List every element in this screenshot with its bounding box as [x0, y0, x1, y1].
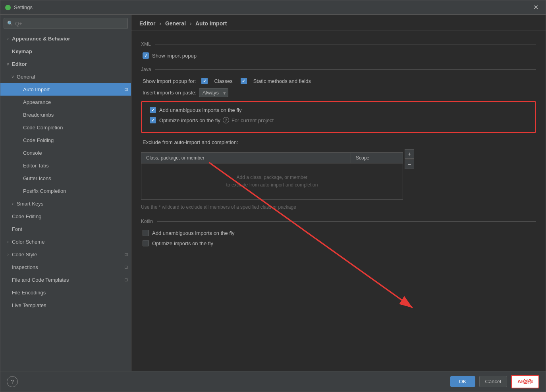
optimize-imports-checkbox[interactable]: [150, 117, 156, 123]
search-box[interactable]: 🔍: [4, 18, 128, 29]
optimize-imports-row: Optimize imports on the fly ? For curren…: [148, 117, 529, 123]
xml-show-import-checkbox[interactable]: [143, 52, 149, 59]
exclude-actions: + −: [405, 149, 414, 170]
cancel-button[interactable]: Cancel: [479, 376, 507, 387]
sidebar-label-code-folding: Code Folding: [23, 137, 128, 143]
breadcrumb-sep1: ›: [159, 20, 161, 27]
search-input[interactable]: [15, 21, 124, 27]
java-section-label: Java: [141, 67, 151, 72]
expand-arrow: ∨: [5, 61, 11, 67]
kotlin-add-unambiguous-row: Add unambiguous imports on the fly: [141, 230, 536, 236]
breadcrumb-part3: Auto Import: [195, 20, 227, 27]
sidebar-item-general[interactable]: ∨ General: [0, 70, 131, 83]
exclude-empty-line1: Add a class, package, or member: [226, 174, 318, 181]
xml-section-label: XML: [141, 41, 151, 47]
kotlin-optimize-label: Optimize imports on the fly: [152, 240, 213, 246]
main-content: 🔍 › Appearance & Behavior Keymap ∨ Edito…: [0, 15, 546, 371]
sidebar-label-live-templates: Live Templates: [12, 302, 128, 308]
kotlin-optimize-row: Optimize imports on the fly: [141, 240, 536, 246]
highlight-box: Add unambiguous imports on the fly Optim…: [141, 101, 536, 133]
app-icon: [5, 5, 11, 10]
sidebar-item-inspections[interactable]: Inspections ⊡: [0, 261, 131, 273]
breadcrumb-part1: Editor: [139, 20, 155, 27]
sidebar-item-appearance-behavior[interactable]: › Appearance & Behavior: [0, 32, 131, 45]
add-unambiguous-row: Add unambiguous imports on the fly: [148, 107, 529, 113]
sidebar-label-keymap: Keymap: [12, 48, 128, 54]
java-section-header: Java: [141, 67, 536, 72]
page-icon: ⊡: [124, 252, 128, 257]
breadcrumb-part2: General: [165, 20, 186, 27]
nav-tree: › Appearance & Behavior Keymap ∨ Editor …: [0, 31, 131, 371]
help-button[interactable]: ?: [7, 376, 18, 387]
sidebar-item-breadcrumbs[interactable]: Breadcrumbs: [0, 108, 131, 121]
bottom-bar: ? OK Cancel AI创作: [0, 371, 546, 392]
exclude-label: Exclude from auto-import and completion:: [143, 139, 238, 145]
sidebar-item-smart-keys[interactable]: › Smart Keys: [0, 197, 131, 210]
xml-show-import-label: Show import popup: [152, 53, 197, 59]
sidebar-item-editor-tabs[interactable]: Editor Tabs: [0, 159, 131, 172]
sidebar-item-code-style[interactable]: › Code Style ⊡: [0, 248, 131, 261]
sidebar-label-code-style: Code Style: [12, 252, 124, 257]
exclude-add-button[interactable]: +: [405, 149, 414, 159]
kotlin-section-label: Kotlin: [141, 219, 153, 224]
sidebar-item-appearance[interactable]: Appearance: [0, 96, 131, 108]
sidebar-label-color-scheme: Color Scheme: [12, 239, 128, 245]
page-icon: ⊡: [124, 87, 128, 92]
content-panel: Editor › General › Auto Import XML Show …: [131, 15, 546, 371]
expand-arrow: ›: [5, 239, 11, 244]
sidebar-item-live-templates[interactable]: Live Templates: [0, 299, 131, 311]
add-unambiguous-label: Add unambiguous imports on the fly: [159, 107, 241, 113]
insert-imports-label: Insert imports on paste:: [143, 90, 197, 96]
sidebar-item-file-code-templates[interactable]: File and Code Templates ⊡: [0, 273, 131, 286]
java-classes-label: Classes: [214, 78, 232, 84]
sidebar-item-font[interactable]: Font: [0, 223, 131, 235]
kotlin-add-unambiguous-checkbox[interactable]: [143, 230, 149, 236]
sidebar-label-gutter-icons: Gutter Icons: [23, 175, 128, 181]
kotlin-optimize-checkbox[interactable]: [143, 240, 149, 246]
sidebar-label-code-editing: Code Editing: [12, 213, 128, 219]
sidebar-item-console[interactable]: Console: [0, 146, 131, 159]
settings-scroll-area: XML Show import popup Java Show import p…: [131, 31, 546, 371]
expand-arrow: ›: [10, 201, 15, 206]
kotlin-divider: [157, 221, 536, 222]
exclude-col-scope-header: Scope: [351, 153, 403, 163]
sidebar-item-code-folding[interactable]: Code Folding: [0, 134, 131, 146]
xml-divider: [155, 44, 536, 44]
sidebar-label-breadcrumbs: Breadcrumbs: [23, 112, 128, 118]
exclude-table: Class, package, or member Scope Add a cl…: [141, 152, 403, 200]
insert-imports-row: Insert imports on paste: Always Ask Neve…: [141, 88, 536, 97]
add-unambiguous-checkbox[interactable]: [150, 107, 156, 113]
help-icon[interactable]: ?: [223, 117, 229, 123]
java-show-popup-row: Show import popup for: Classes Static me…: [141, 78, 536, 84]
sidebar-label-general: General: [17, 74, 128, 80]
expand-arrow: ›: [5, 36, 11, 41]
java-static-checkbox[interactable]: [241, 78, 247, 84]
hint-text: Use the * wildcard to exclude all member…: [141, 204, 379, 211]
sidebar: 🔍 › Appearance & Behavior Keymap ∨ Edito…: [0, 15, 131, 371]
close-button[interactable]: ✕: [531, 3, 541, 12]
exclude-col-class-header: Class, package, or member: [141, 153, 351, 163]
sidebar-item-code-completion[interactable]: Code Completion: [0, 121, 131, 134]
exclude-table-header: Class, package, or member Scope: [141, 153, 403, 163]
ok-button[interactable]: OK: [450, 376, 475, 387]
java-classes-checkbox[interactable]: [201, 78, 208, 84]
sidebar-item-postfix-completion[interactable]: Postfix Completion: [0, 184, 131, 197]
settings-dialog: Settings ✕ 🔍 › Appearance & Behavior Key…: [0, 0, 546, 392]
exclude-table-body: Add a class, package, or member to exclu…: [141, 163, 403, 199]
sidebar-label-inspections: Inspections: [12, 264, 124, 270]
sidebar-item-file-encodings[interactable]: File Encodings: [0, 286, 131, 299]
insert-imports-select[interactable]: Always Ask Never: [199, 88, 228, 97]
sidebar-item-auto-import[interactable]: Auto Import ⊡: [0, 83, 131, 96]
sidebar-item-gutter-icons[interactable]: Gutter Icons: [0, 172, 131, 184]
xml-show-import-row: Show import popup: [141, 52, 536, 59]
sidebar-item-editor[interactable]: ∨ Editor: [0, 58, 131, 70]
exclude-remove-button[interactable]: −: [405, 159, 414, 169]
sidebar-item-code-editing[interactable]: Code Editing: [0, 210, 131, 223]
java-show-popup-label: Show import popup for:: [143, 78, 196, 84]
kotlin-add-unambiguous-label: Add unambiguous imports on the fly: [152, 230, 234, 236]
sidebar-item-color-scheme[interactable]: › Color Scheme: [0, 235, 131, 248]
sidebar-item-keymap[interactable]: Keymap: [0, 45, 131, 58]
sidebar-label-postfix-completion: Postfix Completion: [23, 188, 128, 194]
csdn-button[interactable]: AI创作: [511, 375, 539, 388]
exclude-empty-text: Add a class, package, or member to exclu…: [226, 174, 318, 189]
